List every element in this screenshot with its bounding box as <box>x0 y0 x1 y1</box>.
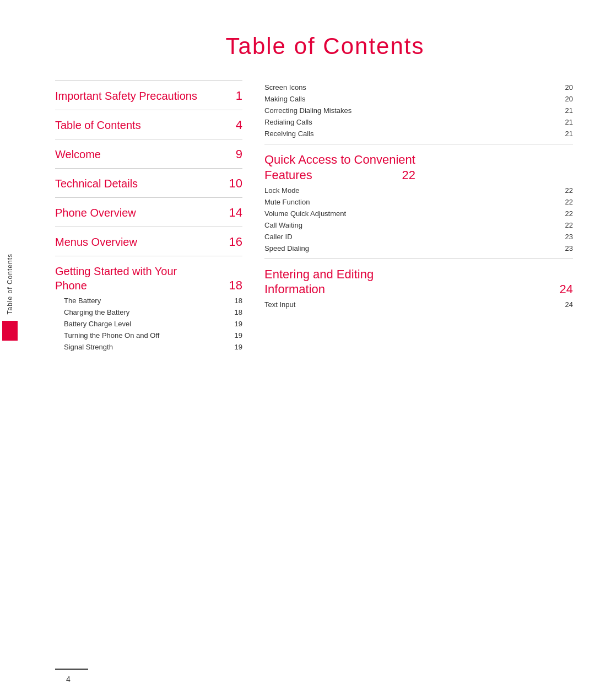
toc-number-getting-started: 18 <box>226 278 242 293</box>
right-entry-mute-function: Mute Function 22 <box>264 196 573 208</box>
sidebar-tab: Table of Contents <box>0 254 20 341</box>
sub-number-turn-on-off: 19 <box>226 331 242 340</box>
right-divider-1 <box>264 144 573 144</box>
right-number-redialing: 21 <box>556 118 573 126</box>
right-entry-correcting-dialing: Correcting Dialing Mistakes 21 <box>264 105 573 116</box>
toc-title-getting-started-line2: Phone <box>55 278 177 293</box>
right-entry-screen-icons: Screen Icons 20 <box>264 82 573 93</box>
toc-entry-quick-access: Quick Access to Convenient Features 22 <box>264 149 573 185</box>
right-title-text-input: Text Input <box>264 300 295 309</box>
sub-entry-battery: The Battery 18 <box>55 295 242 306</box>
toc-number-entering-editing: 24 <box>551 282 573 297</box>
sidebar-label: Table of Contents <box>6 254 14 314</box>
right-entry-receiving-calls: Receiving Calls 21 <box>264 128 573 139</box>
sub-entry-signal-strength: Signal Strength 19 <box>55 341 242 353</box>
right-divider-2 <box>264 259 573 259</box>
right-entry-call-waiting: Call Waiting 22 <box>264 219 573 231</box>
toc-title-entering-editing-line2: Information <box>264 282 325 297</box>
divider-4 <box>55 168 242 169</box>
right-title-correcting-dialing: Correcting Dialing Mistakes <box>264 106 351 115</box>
sub-title-battery: The Battery <box>64 297 101 305</box>
right-number-receiving-calls: 21 <box>556 130 573 138</box>
right-number-lock-mode: 22 <box>556 186 573 195</box>
toc-entry-technical-details: Technical Details 10 <box>55 173 242 193</box>
divider-7 <box>55 256 242 256</box>
right-title-call-waiting: Call Waiting <box>264 221 302 229</box>
toc-number-table-of-contents: 4 <box>226 118 242 132</box>
right-plain-entries: Screen Icons 20 Making Calls 20 Correcti… <box>264 76 573 139</box>
sub-entry-charge-level: Battery Charge Level 19 <box>55 318 242 330</box>
left-column: Important Safety Precautions 1 Table of … <box>55 76 242 353</box>
sub-number-charge-level: 19 <box>226 320 242 328</box>
right-title-speed-dialing: Speed Dialing <box>264 244 309 252</box>
toc-number-quick-access: 22 <box>393 168 415 182</box>
toc-title-important-safety: Important Safety Precautions <box>55 90 197 103</box>
right-title-screen-icons: Screen Icons <box>264 83 306 91</box>
right-column: Screen Icons 20 Making Calls 20 Correcti… <box>264 76 573 353</box>
toc-number-phone-overview: 14 <box>226 206 242 220</box>
toc-title-phone-overview: Phone Overview <box>55 207 136 219</box>
sub-title-charging: Charging the Battery <box>64 308 129 316</box>
right-number-making-calls: 20 <box>556 95 573 103</box>
bottom-rule <box>55 669 88 670</box>
toc-number-technical-details: 10 <box>226 176 242 191</box>
right-entry-volume: Volume Quick Adjustment 22 <box>264 208 573 219</box>
toc-title-getting-started-line1: Getting Started with Your <box>55 264 177 278</box>
right-entry-speed-dialing: Speed Dialing 23 <box>264 243 573 254</box>
toc-entry-menus-overview: Menus Overview 16 <box>55 231 242 251</box>
right-entry-lock-mode: Lock Mode 22 <box>264 185 573 196</box>
right-number-mute-function: 22 <box>556 198 573 206</box>
right-entry-making-calls: Making Calls 20 <box>264 93 573 105</box>
right-title-making-calls: Making Calls <box>264 95 305 103</box>
sub-number-battery: 18 <box>226 297 242 305</box>
right-title-lock-mode: Lock Mode <box>264 186 300 195</box>
right-number-call-waiting: 22 <box>556 221 573 229</box>
sub-title-turn-on-off: Turning the Phone On and Off <box>64 331 159 340</box>
toc-title-quick-access-line2: Features <box>264 168 312 182</box>
toc-entry-getting-started: Getting Started with Your Phone 18 <box>55 261 242 295</box>
divider-2 <box>55 110 242 110</box>
toc-title-entering-editing-line1: Entering and Editing <box>264 267 573 283</box>
divider-6 <box>55 227 242 227</box>
divider-3 <box>55 139 242 139</box>
toc-title-table-of-contents: Table of Contents <box>55 119 141 132</box>
right-entry-text-input: Text Input 24 <box>264 299 573 310</box>
sub-entry-turn-on-off: Turning the Phone On and Off 19 <box>55 330 242 341</box>
divider-5 <box>55 197 242 198</box>
divider-1 <box>55 80 242 81</box>
page-title: Table of Contents <box>55 33 595 60</box>
toc-title-welcome: Welcome <box>55 148 101 161</box>
toc-title-quick-access-line1: Quick Access to Convenient <box>264 152 415 168</box>
sub-title-charge-level: Battery Charge Level <box>64 320 131 328</box>
toc-entry-important-safety: Important Safety Precautions 1 <box>55 85 242 105</box>
right-title-caller-id: Caller ID <box>264 233 293 241</box>
sub-title-signal-strength: Signal Strength <box>64 343 113 351</box>
sidebar-bar-marker <box>2 321 18 341</box>
right-number-speed-dialing: 23 <box>556 244 573 252</box>
right-number-correcting-dialing: 21 <box>556 106 573 115</box>
right-number-caller-id: 23 <box>556 233 573 241</box>
toc-columns: Important Safety Precautions 1 Table of … <box>55 76 573 353</box>
toc-number-important-safety: 1 <box>226 89 242 103</box>
right-entry-caller-id: Caller ID 23 <box>264 231 573 243</box>
right-number-screen-icons: 20 <box>556 83 573 91</box>
sub-number-signal-strength: 19 <box>226 343 242 351</box>
sub-number-charging: 18 <box>226 308 242 316</box>
right-title-mute-function: Mute Function <box>264 198 310 206</box>
right-title-redialing: Redialing Calls <box>264 118 312 126</box>
toc-entry-entering-editing: Entering and Editing Information 24 <box>264 263 573 299</box>
right-title-volume: Volume Quick Adjustment <box>264 209 346 218</box>
page-number: 4 <box>66 675 71 683</box>
page: Table of Contents Table of Contents Impo… <box>0 0 595 700</box>
right-entry-redialing: Redialing Calls 21 <box>264 116 573 128</box>
toc-entry-table-of-contents: Table of Contents 4 <box>55 115 242 134</box>
right-number-text-input: 24 <box>556 300 573 309</box>
toc-entry-welcome: Welcome 9 <box>55 144 242 164</box>
toc-title-menus-overview: Menus Overview <box>55 236 137 249</box>
toc-entry-phone-overview: Phone Overview 14 <box>55 202 242 222</box>
toc-title-technical-details: Technical Details <box>55 177 138 190</box>
right-title-receiving-calls: Receiving Calls <box>264 130 314 138</box>
sub-entry-charging: Charging the Battery 18 <box>55 306 242 318</box>
toc-number-menus-overview: 16 <box>226 235 242 249</box>
right-number-volume: 22 <box>556 209 573 218</box>
